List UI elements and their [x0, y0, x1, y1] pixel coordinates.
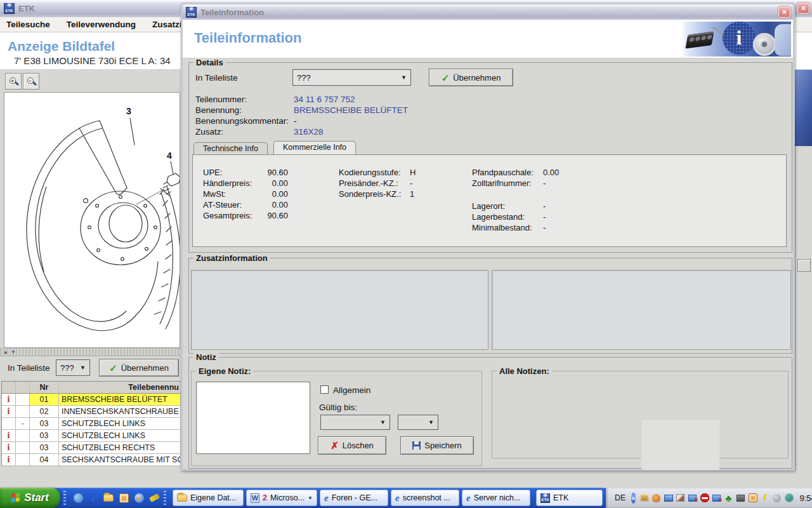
- info-icon[interactable]: i: [8, 431, 10, 440]
- zusatzinformation-label: Zusatzinformation: [193, 253, 270, 263]
- allgemein-checkbox[interactable]: [320, 385, 329, 394]
- internet-explorer-icon[interactable]: e: [86, 491, 100, 505]
- zusatzinfo-box-right: [492, 270, 791, 350]
- part-drawing-canvas[interactable]: 3 4: [4, 92, 180, 348]
- chevron-down-icon: ▼: [80, 364, 86, 371]
- language-indicator[interactable]: DE: [612, 493, 628, 503]
- teilenummer-label: Teilenummer:: [195, 95, 247, 104]
- collapse-up-icon[interactable]: ▲: [3, 349, 8, 356]
- engine-icon: [685, 31, 714, 48]
- parts-table: Nr Teilebenennu i 01 BREMSSCHEIBE BELÜFT…: [1, 381, 181, 466]
- speichern-button[interactable]: Speichern: [400, 436, 474, 455]
- display-icon[interactable]: [736, 493, 746, 503]
- clover-icon[interactable]: ♣: [724, 493, 734, 503]
- panel-splitter[interactable]: ▲ ▼: [0, 348, 181, 356]
- taskband-grip[interactable]: [164, 491, 166, 505]
- scheduler-clock-icon[interactable]: [748, 493, 758, 503]
- zoom-out-button[interactable]: −: [23, 73, 39, 90]
- main-panel-edge: [795, 146, 796, 471]
- word-icon: W: [251, 493, 259, 503]
- info-parts-collage-icon: i: [683, 22, 791, 57]
- scheduler-icon[interactable]: [117, 491, 131, 505]
- windows-logo-icon: [11, 493, 20, 502]
- teileliste-combo-value: ???: [60, 363, 74, 373]
- messenger-icon[interactable]: [71, 491, 85, 505]
- remote-desktop-icon[interactable]: [676, 493, 686, 503]
- teileliste-combobox[interactable]: ??? ▼: [56, 359, 90, 376]
- check-icon: ✓: [109, 363, 117, 373]
- dash-marker: -: [16, 418, 30, 429]
- zoom-in-button[interactable]: +: [5, 73, 22, 90]
- table-row[interactable]: i 01 BREMSSCHEIBE BELÜFTET: [2, 394, 181, 406]
- start-button[interactable]: Start: [0, 488, 60, 508]
- folder-icon[interactable]: [102, 491, 115, 505]
- tray-clock[interactable]: 9:54: [800, 493, 812, 503]
- gueltig-bis-label: Gültig bis:: [319, 403, 357, 412]
- zoom-out-icon: −: [27, 77, 36, 86]
- taskbar-button-foren[interactable]: e Foren - GE...: [320, 490, 388, 506]
- splitter-collapse-button[interactable]: [797, 259, 811, 272]
- pens-icon[interactable]: [147, 491, 161, 505]
- quicklaunch-grip[interactable]: [63, 491, 66, 505]
- screenshot-tool-icon[interactable]: [639, 493, 650, 503]
- zusatzinfo-box-left: [191, 270, 488, 350]
- notiz-label: Notiz: [193, 352, 219, 362]
- etk-icon: ETK: [540, 493, 550, 503]
- internet-explorer-icon: e: [395, 493, 400, 504]
- tab-technische-info[interactable]: Technische Info: [193, 142, 268, 154]
- dialog-close-button[interactable]: ×: [778, 6, 790, 18]
- info-icon[interactable]: i: [8, 443, 10, 452]
- table-row[interactable]: i 03 SCHUTZBLECH RECHTS: [2, 442, 181, 454]
- benennung-value: BREMSSCHEIBE BELÜFTET: [294, 105, 408, 115]
- note-textarea[interactable]: [196, 382, 310, 454]
- taskbar-button-eigene-dateien[interactable]: Eigene Dat...: [173, 490, 244, 506]
- no-entry-icon[interactable]: [700, 493, 710, 503]
- dlg-in-teileliste-label: In Teileliste: [195, 73, 238, 83]
- teal-ball-icon[interactable]: [784, 493, 794, 503]
- etk-app-icon: ETK: [4, 3, 15, 14]
- dlg-uebernehmen-button[interactable]: ✓ Übernehmen: [429, 69, 513, 86]
- menu-teilesuche[interactable]: Teilesuche: [6, 20, 50, 29]
- network-computers-icon[interactable]: [664, 493, 674, 503]
- main-close-button[interactable]: ×: [797, 3, 809, 14]
- zusatz-label: Zusatz:: [195, 127, 223, 137]
- chevron-down-icon: ▼: [401, 74, 407, 81]
- table-header-row: Nr Teilebenennu: [2, 382, 181, 394]
- dialog-title: Teileinformation: [200, 8, 264, 17]
- info-icon[interactable]: i: [8, 406, 10, 416]
- table-row[interactable]: i 02 INNENSECHSKANTSCHRAUBE: [2, 406, 181, 418]
- dlg-teileliste-combobox[interactable]: ??? ▼: [292, 69, 411, 86]
- taskbar-button-screenshot[interactable]: e screenshot ...: [391, 490, 459, 506]
- header-teilebenennung: Teilebenennu: [59, 382, 181, 393]
- info-icon[interactable]: i: [8, 394, 10, 404]
- gueltig-time-combobox[interactable]: ▼: [398, 415, 438, 430]
- uebernehmen-button[interactable]: ✓ Übernehmen: [99, 359, 179, 377]
- media-player-icon[interactable]: ▶: [132, 491, 146, 505]
- taskbar-button-server[interactable]: e Server nich...: [462, 490, 530, 506]
- table-row[interactable]: - 03 SCHUTZBLECH LINKS: [2, 418, 181, 430]
- tab-kommerzielle-info[interactable]: Kommerzielle Info: [273, 141, 356, 154]
- dialog-titlebar[interactable]: ETK Teileinformation: [183, 4, 793, 20]
- delete-x-icon: ✗: [331, 441, 339, 450]
- page-title: Anzeige Bildtafel: [8, 39, 115, 54]
- sphere-icon[interactable]: [772, 493, 782, 503]
- dialog-heading: Teileinformation: [194, 30, 302, 46]
- taskbar: Start e ▶ Eigene Dat... W 2 Microso... ▼…: [0, 488, 812, 508]
- fox-icon[interactable]: [652, 493, 662, 503]
- info-icon[interactable]: i: [8, 455, 10, 464]
- power-icon[interactable]: [760, 493, 770, 503]
- loeschen-button[interactable]: ✗ Löschen: [318, 436, 386, 455]
- table-row[interactable]: i 03 SCHUTZBLECH LINKS: [2, 430, 181, 442]
- gueltig-date-combobox[interactable]: ▼: [320, 415, 390, 430]
- collapse-down-icon[interactable]: ▼: [11, 349, 16, 356]
- tray-chevron-icon[interactable]: «: [631, 493, 635, 504]
- taskbar-button-etk[interactable]: ETK ETK: [536, 490, 603, 506]
- check-icon: ✓: [442, 73, 450, 83]
- taskbar-button-word-group[interactable]: W 2 Microso... ▼: [246, 490, 317, 506]
- teilenummer-value: 34 11 6 757 752: [294, 95, 355, 104]
- menu-zusatzinfo[interactable]: Zusatzi: [152, 20, 182, 29]
- audio-error-icon[interactable]: ×: [712, 493, 722, 503]
- table-row[interactable]: i 04 SECHSKANTSCHRAUBE MIT SC: [2, 454, 181, 466]
- menu-teileverwendung[interactable]: Teileverwendung: [67, 20, 136, 29]
- network-error-icon[interactable]: ×: [688, 493, 698, 503]
